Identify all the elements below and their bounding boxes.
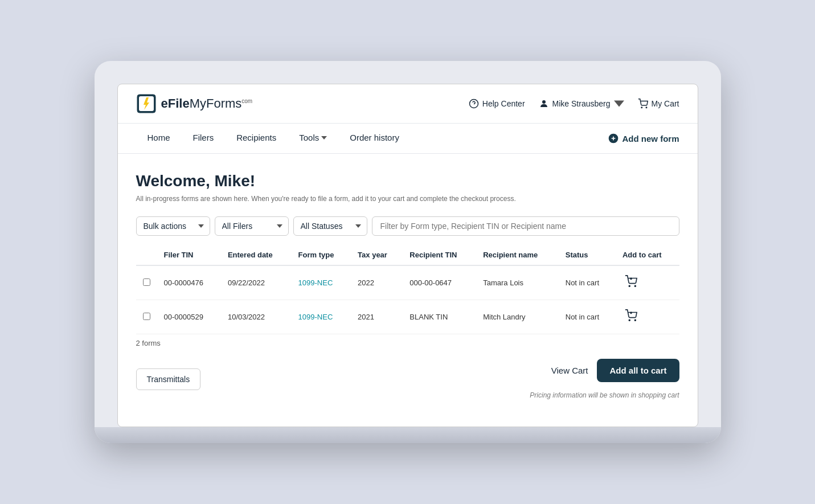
- col-filer-tin: Filer TIN: [157, 245, 221, 265]
- pricing-note: Pricing information will be shown in sho…: [530, 391, 679, 399]
- row2-form-link[interactable]: 1099-NEC: [298, 313, 333, 321]
- transmittals-button[interactable]: Transmittals: [136, 368, 201, 390]
- laptop-base: [95, 427, 721, 443]
- add-all-to-cart-button[interactable]: Add all to cart: [597, 359, 679, 382]
- help-icon: [469, 99, 479, 109]
- row2-filer-tin: 00-0000529: [157, 300, 221, 334]
- table-row: 00-0000529 10/03/2022 1099-NEC 2021 BLAN…: [136, 300, 679, 334]
- col-recipient-name: Recipient name: [476, 245, 559, 265]
- row1-add-cart-button[interactable]: [622, 273, 640, 293]
- row1-entered-date: 09/22/2022: [221, 265, 292, 300]
- row1-check[interactable]: [143, 278, 150, 286]
- col-checkbox: [136, 245, 157, 265]
- col-form-type: Form type: [292, 245, 351, 265]
- col-tax-year: Tax year: [351, 245, 403, 265]
- main-content: Welcome, Mike! All in-progress forms are…: [118, 154, 698, 427]
- user-menu-button[interactable]: Mike Strausberg: [539, 99, 624, 109]
- svg-point-15: [629, 319, 630, 321]
- row2-form-type: 1099-NEC: [292, 300, 351, 334]
- row2-recipient-name: Mitch Landry: [476, 300, 559, 334]
- row2-checkbox: [136, 300, 157, 334]
- all-filers-select[interactable]: All Filers: [215, 216, 289, 236]
- cart-add-icon: [625, 275, 637, 288]
- svg-point-6: [641, 107, 642, 108]
- help-center-button[interactable]: Help Center: [469, 99, 525, 109]
- logo-icon: [136, 93, 157, 114]
- col-status: Status: [559, 245, 616, 265]
- all-statuses-select[interactable]: All Statuses: [293, 216, 367, 236]
- row1-tax-year: 2022: [351, 265, 403, 300]
- svg-point-16: [634, 319, 636, 321]
- nav-order-history[interactable]: Order history: [338, 124, 411, 153]
- row1-form-link[interactable]: 1099-NEC: [298, 278, 333, 287]
- row1-checkbox: [136, 265, 157, 300]
- view-cart-button[interactable]: View Cart: [551, 366, 588, 375]
- right-actions: View Cart Add all to cart Pricing inform…: [530, 359, 679, 399]
- svg-point-11: [629, 285, 630, 286]
- tools-chevron-icon: [321, 136, 327, 140]
- search-input[interactable]: [372, 216, 679, 236]
- header: eFileMyFormscom Help Center: [118, 84, 698, 124]
- row1-add-cart: [616, 265, 679, 300]
- bottom-actions: Transmittals View Cart Add all to cart P…: [136, 359, 679, 399]
- forms-count: 2 forms: [136, 339, 679, 347]
- row2-add-cart-button[interactable]: [622, 307, 640, 327]
- svg-point-7: [646, 107, 647, 108]
- nav-tools[interactable]: Tools: [288, 124, 338, 153]
- row1-status: Not in cart: [559, 265, 616, 300]
- row2-check[interactable]: [143, 313, 150, 320]
- row2-entered-date: 10/03/2022: [221, 300, 292, 334]
- logo-text: eFileMyFormscom: [161, 96, 253, 111]
- row1-filer-tin: 00-0000476: [157, 265, 221, 300]
- row2-add-cart: [616, 300, 679, 334]
- nav-items: Home Filers Recipients Tools Order histo…: [136, 124, 411, 153]
- col-entered-date: Entered date: [221, 245, 292, 265]
- svg-point-12: [634, 285, 636, 286]
- cart-add-icon: [625, 309, 637, 322]
- welcome-subtitle: All in-progress forms are shown here. Wh…: [136, 195, 679, 203]
- plus-circle-icon: [608, 133, 619, 144]
- cart-button[interactable]: My Cart: [638, 99, 679, 109]
- logo: eFileMyFormscom: [136, 93, 253, 114]
- user-icon: [539, 99, 549, 109]
- nav-recipients[interactable]: Recipients: [225, 124, 288, 153]
- row2-recipient-tin: BLANK TIN: [403, 300, 476, 334]
- welcome-title: Welcome, Mike!: [136, 172, 679, 190]
- nav-filers[interactable]: Filers: [182, 124, 226, 153]
- header-right: Help Center Mike Strausberg: [469, 99, 679, 109]
- cart-icon: [638, 99, 648, 109]
- row2-status: Not in cart: [559, 300, 616, 334]
- nav-home[interactable]: Home: [136, 124, 182, 153]
- row2-tax-year: 2021: [351, 300, 403, 334]
- filters-row: Bulk actions All Filers All Statuses: [136, 216, 679, 236]
- row1-recipient-name: Tamara Lois: [476, 265, 559, 300]
- bulk-actions-select[interactable]: Bulk actions: [136, 216, 210, 236]
- col-add-to-cart: Add to cart: [616, 245, 679, 265]
- cart-action-row: View Cart Add all to cart: [551, 359, 679, 382]
- chevron-down-icon: [614, 99, 624, 109]
- row1-form-type: 1099-NEC: [292, 265, 351, 300]
- forms-table: Filer TIN Entered date Form type Tax yea…: [136, 245, 679, 334]
- row1-recipient-tin: 000-00-0647: [403, 265, 476, 300]
- navigation: Home Filers Recipients Tools Order histo…: [118, 124, 698, 154]
- svg-point-5: [542, 100, 546, 104]
- col-recipient-tin: Recipient TIN: [403, 245, 476, 265]
- table-row: 00-0000476 09/22/2022 1099-NEC 2022 000-…: [136, 265, 679, 300]
- add-new-form-button[interactable]: Add new form: [608, 133, 679, 144]
